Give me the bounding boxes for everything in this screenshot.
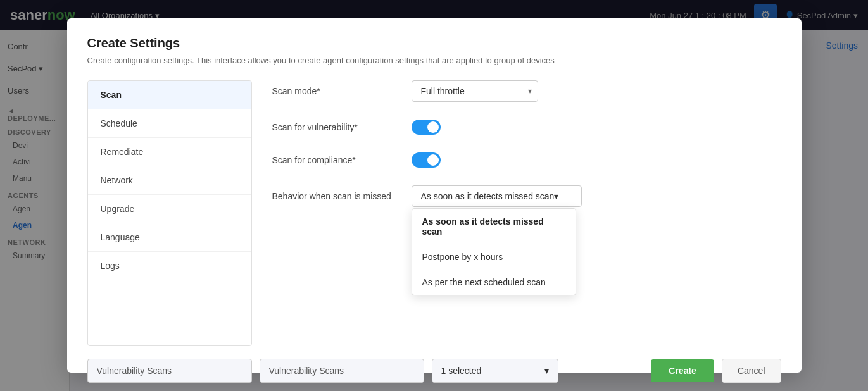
footer-middle-select[interactable]: Vulnerability Scans: [260, 359, 424, 383]
behavior-dropdown-menu: As soon as it detects missed scan Postpo…: [412, 208, 576, 295]
create-settings-modal: Create Settings Create configuration set…: [67, 18, 802, 373]
scan-mode-btn[interactable]: Full throttle: [412, 80, 538, 102]
nav-item-schedule[interactable]: Schedule: [88, 109, 251, 138]
behavior-value: As soon as it detects missed scan: [421, 191, 555, 201]
footer-right-select-value: 1 selected: [441, 366, 482, 376]
footer-right-select-wrap[interactable]: 1 selected ▾: [432, 359, 558, 383]
scan-compliance-toggle[interactable]: [412, 152, 441, 168]
scan-mode-label: Scan mode*: [272, 86, 412, 96]
footer-left-select[interactable]: Vulnerability Scans: [87, 359, 252, 383]
scan-compliance-row: Scan for compliance*: [272, 152, 761, 168]
behavior-option-3[interactable]: As per the next scheduled scan: [412, 270, 576, 295]
modal-body: Scan Schedule Remediate Network Upgrade …: [87, 80, 781, 346]
behavior-option-2[interactable]: Postpone by x hours: [412, 244, 576, 270]
nav-item-logs[interactable]: Logs: [88, 252, 251, 280]
modal-title: Create Settings: [87, 36, 781, 51]
modal-overlay: Create Settings Create configuration set…: [0, 0, 868, 391]
footer-right-chevron: ▾: [544, 366, 549, 376]
nav-item-scan[interactable]: Scan: [88, 81, 251, 109]
scan-compliance-label: Scan for compliance*: [272, 155, 412, 165]
create-button[interactable]: Create: [651, 359, 714, 382]
scan-mode-dropdown[interactable]: Full throttle ▾: [412, 80, 538, 102]
toggle-knob-2: [427, 154, 439, 166]
nav-item-upgrade[interactable]: Upgrade: [88, 195, 251, 223]
modal-footer: Vulnerability Scans Vulnerability Scans …: [87, 359, 781, 383]
nav-item-language[interactable]: Language: [88, 223, 251, 252]
behavior-label: Behavior when scan is missed: [272, 191, 412, 201]
scan-vulnerability-toggle-wrap: [412, 120, 441, 135]
behavior-chevron: ▾: [554, 191, 558, 201]
modal-nav: Scan Schedule Remediate Network Upgrade …: [87, 80, 252, 346]
behavior-btn[interactable]: As soon as it detects missed scan ▾: [412, 185, 582, 207]
nav-item-remediate[interactable]: Remediate: [88, 138, 251, 166]
scan-vulnerability-label: Scan for vulnerability*: [272, 122, 412, 132]
scan-vulnerability-toggle[interactable]: [412, 120, 441, 135]
nav-item-network[interactable]: Network: [88, 166, 251, 195]
behavior-dropdown-wrap: As soon as it detects missed scan ▾ As s…: [412, 185, 582, 207]
toggle-knob: [427, 121, 439, 133]
scan-compliance-toggle-wrap: [412, 152, 441, 168]
modal-form-content: Scan mode* Full throttle ▾ Scan for vuln…: [252, 80, 781, 346]
cancel-button[interactable]: Cancel: [722, 359, 781, 383]
behavior-row: Behavior when scan is missed As soon as …: [272, 185, 761, 207]
behavior-option-1[interactable]: As soon as it detects missed scan: [412, 209, 576, 244]
scan-vulnerability-row: Scan for vulnerability*: [272, 120, 761, 135]
scan-mode-row: Scan mode* Full throttle ▾: [272, 80, 761, 102]
modal-description: Create configuration settings. This inte…: [87, 56, 781, 65]
